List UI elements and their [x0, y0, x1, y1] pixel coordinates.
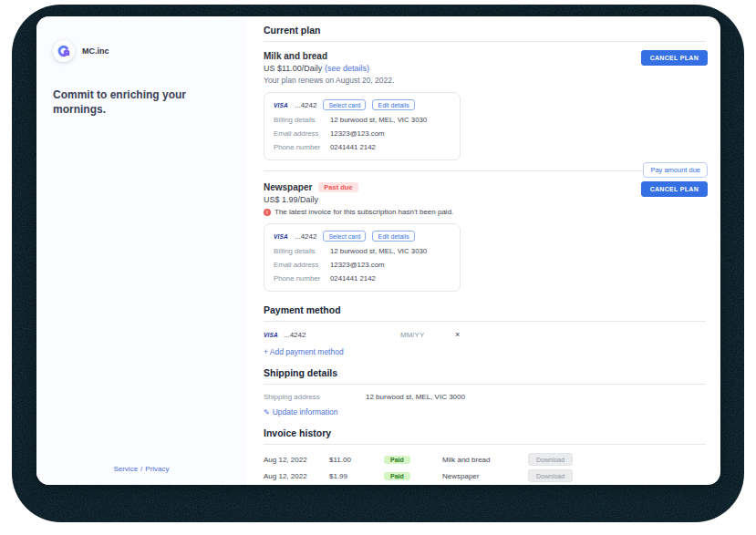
- visa-icon: VISA: [264, 332, 278, 338]
- download-button[interactable]: Download: [528, 453, 573, 466]
- shipping-address-label: Shipping address: [264, 393, 366, 401]
- phone-number-label: Phone number: [274, 143, 330, 151]
- plan-divider: [264, 170, 706, 171]
- paid-badge: Paid: [384, 472, 410, 480]
- download-button[interactable]: Download: [528, 469, 573, 482]
- invoice-history-title: Invoice history: [264, 427, 706, 438]
- service-link[interactable]: Service: [113, 465, 138, 473]
- email-address-label: Email address: [274, 129, 330, 138]
- plan-price: US$ 1.99/Daily: [264, 195, 706, 204]
- billing-details-label: Billing details: [274, 247, 330, 255]
- invoice-plan: Milk and bread: [442, 456, 528, 464]
- main-content: Current plan Milk and bread US $11.00/Da…: [246, 16, 720, 485]
- screenshot-stage: MC.inc Commit to enriching your mornings…: [0, 0, 756, 535]
- sidebar-footer: Service/Privacy: [36, 465, 246, 473]
- card-number: ...4242: [284, 331, 306, 339]
- edit-details-button[interactable]: Edit details: [372, 99, 414, 110]
- phone-number-value: 0241441 2142: [330, 274, 450, 283]
- invoice-row: Aug 11, 2022 $11.00 Paid Milk and bread …: [264, 484, 706, 485]
- invoice-amount: $1.99: [329, 472, 384, 480]
- section-rule: [264, 41, 706, 42]
- brand-row: MC.inc: [53, 40, 228, 62]
- invoice-row: Aug 12, 2022 $11.00 Paid Milk and bread …: [264, 451, 706, 468]
- pencil-icon: ✎: [264, 408, 270, 417]
- invoice-table: Aug 12, 2022 $11.00 Paid Milk and bread …: [264, 451, 706, 485]
- unpaid-warning: ! The latest invoice for this subscripti…: [264, 208, 706, 216]
- email-address-label: Email address: [274, 261, 330, 269]
- privacy-link[interactable]: Privacy: [145, 465, 169, 473]
- section-rule: [264, 444, 706, 445]
- plan-card-box: VISA ...4242 Select card Edit details Bi…: [264, 223, 461, 292]
- phone-number-label: Phone number: [274, 274, 330, 283]
- email-address-value: 12323@123.com: [330, 261, 450, 269]
- plan-name: Milk and bread: [264, 51, 327, 61]
- billing-details-value: 12 burwood st, MEL, VIC 3030: [330, 116, 450, 124]
- past-due-badge: Past due: [318, 182, 357, 192]
- cancel-plan-button[interactable]: CANCEL PLAN: [641, 50, 708, 66]
- current-plan-title: Current plan: [264, 25, 706, 36]
- plan-milk-and-bread: Milk and bread US $11.00/Daily (see deta…: [264, 51, 706, 160]
- plan-card-box: VISA ...4242 Select card Edit details Bi…: [264, 92, 461, 160]
- plan-newspaper: Newspaper Past due US$ 1.99/Daily ! The …: [264, 182, 706, 292]
- footer-separator: /: [140, 465, 142, 473]
- section-rule: [264, 321, 706, 322]
- card-number: ...4242: [295, 232, 316, 241]
- cancel-plan-button[interactable]: CANCEL PLAN: [641, 181, 708, 197]
- section-rule: [264, 384, 706, 385]
- card-number: ...4242: [295, 101, 316, 109]
- select-card-button[interactable]: Select card: [323, 231, 366, 242]
- invoice-plan: Newspaper: [442, 472, 528, 480]
- visa-icon: VISA: [274, 102, 288, 108]
- edit-details-button[interactable]: Edit details: [372, 231, 414, 242]
- cloud-monogram-icon: [57, 44, 71, 58]
- plan-renewal: Your plan renews on August 20, 2022.: [264, 76, 706, 85]
- saved-card-row: VISA ...4242 MM/YY ×: [264, 331, 706, 339]
- invoice-amount: $11.00: [329, 456, 384, 464]
- plan-name: Newspaper: [264, 182, 312, 192]
- phone-number-value: 0241441 2142: [330, 143, 450, 151]
- card-expiry: MM/YY: [400, 331, 455, 339]
- shipping-address-value: 12 burwood st, MEL, VIC 3000: [366, 393, 706, 401]
- paid-badge: Paid: [384, 456, 410, 464]
- billing-portal-card: MC.inc Commit to enriching your mornings…: [36, 16, 720, 485]
- plan-price: US $11.00/Daily (see details): [264, 64, 706, 73]
- brand-name: MC.inc: [82, 46, 109, 56]
- email-address-value: 12323@123.com: [330, 129, 450, 138]
- add-payment-method-link[interactable]: + Add payment method: [264, 347, 344, 356]
- warning-text: The latest invoice for this subscription…: [274, 208, 453, 216]
- pay-amount-due-button[interactable]: Pay amount due: [643, 162, 708, 178]
- select-card-button[interactable]: Select card: [323, 99, 366, 110]
- billing-details-label: Billing details: [274, 116, 330, 124]
- invoice-date: Aug 12, 2022: [264, 456, 329, 464]
- billing-details-value: 12 burwood st, MEL, VIC 3030: [330, 247, 450, 255]
- warning-icon: !: [264, 209, 271, 216]
- shipping-details-title: Shipping details: [264, 367, 706, 378]
- payment-method-title: Payment method: [264, 304, 706, 315]
- remove-card-icon[interactable]: ×: [455, 331, 468, 339]
- update-information-link[interactable]: ✎ Update information: [264, 407, 338, 417]
- shipping-address-row: Shipping address 12 burwood st, MEL, VIC…: [264, 393, 706, 401]
- invoice-row: Aug 12, 2022 $1.99 Paid Newspaper Downlo…: [264, 468, 706, 484]
- see-details-link[interactable]: (see details): [325, 64, 369, 73]
- visa-icon: VISA: [274, 233, 288, 240]
- sidebar: MC.inc Commit to enriching your mornings…: [36, 16, 246, 485]
- invoice-date: Aug 12, 2022: [264, 472, 329, 480]
- company-logo-icon: [53, 40, 75, 62]
- tagline: Commit to enriching your mornings.: [53, 87, 228, 117]
